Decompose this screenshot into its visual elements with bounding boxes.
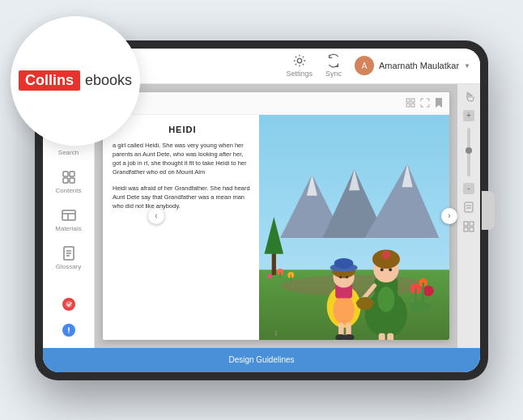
book-image-area	[259, 115, 449, 340]
badge-blue-icon	[65, 326, 73, 334]
nav-arrow-left[interactable]: ‹	[148, 208, 164, 224]
svg-point-41	[334, 257, 353, 268]
svg-rect-3	[63, 172, 68, 176]
svg-point-64	[423, 285, 433, 295]
svg-point-55	[380, 268, 383, 271]
zoom-plus-button[interactable]: +	[463, 110, 474, 121]
svg-rect-59	[387, 333, 393, 339]
user-avatar: A	[355, 56, 374, 75]
badge-red	[62, 298, 75, 311]
sidebar-contents-label: Contents	[55, 187, 81, 194]
settings-icon	[292, 53, 307, 68]
sidebar-item-materials[interactable]: Materials	[43, 202, 94, 237]
contents-icon	[61, 169, 77, 185]
right-panel: + -	[457, 84, 480, 348]
svg-rect-74	[470, 227, 474, 231]
svg-point-67	[409, 301, 430, 312]
user-chevron-icon: ▼	[464, 62, 470, 70]
book-paragraph2: Heidi was afraid of her Grandfather. She…	[113, 184, 253, 211]
svg-rect-72	[470, 222, 474, 226]
book-text-area: HEIDI a girl called Heidi. She was very …	[103, 115, 259, 340]
settings-action[interactable]: Settings	[286, 53, 313, 78]
hand-tool-icon[interactable]	[462, 91, 475, 104]
book-content: HEIDI a girl called Heidi. She was very …	[103, 115, 449, 340]
svg-rect-7	[62, 210, 75, 220]
svg-point-50	[377, 286, 394, 312]
collins-logo-text: Collins	[19, 70, 80, 91]
svg-rect-17	[406, 104, 410, 107]
user-initials: A	[362, 62, 368, 70]
zoom-minus-button[interactable]: -	[463, 183, 474, 194]
zoom-track	[467, 128, 470, 176]
settings-label: Settings	[286, 70, 313, 78]
svg-point-42	[339, 275, 342, 278]
layout-icon[interactable]	[462, 220, 475, 233]
right-handle[interactable]	[482, 191, 495, 230]
sync-icon	[326, 53, 341, 68]
nav-arrow-right[interactable]: ›	[441, 208, 457, 224]
svg-rect-71	[464, 222, 468, 226]
svg-rect-15	[406, 99, 410, 102]
bookmark-icon[interactable]	[435, 97, 443, 108]
svg-rect-5	[63, 178, 68, 183]
svg-point-0	[297, 58, 301, 62]
resize-icon[interactable]	[406, 98, 415, 108]
svg-point-36	[333, 295, 354, 325]
ebooks-logo-text: ebooks	[85, 72, 132, 89]
svg-rect-58	[378, 333, 385, 339]
heidi-illustration	[259, 115, 449, 340]
sidebar-badge-red-item[interactable]	[43, 293, 94, 316]
bottom-bar-label: Design Guidelines	[228, 355, 294, 364]
svg-rect-16	[411, 99, 415, 102]
svg-rect-4	[70, 172, 74, 176]
svg-rect-73	[464, 227, 468, 231]
page-icon[interactable]	[462, 201, 475, 214]
sidebar-materials-label: Materials	[55, 225, 81, 232]
sidebar-glossary-label: Glossary	[56, 263, 82, 270]
logo-bubble: Collins ebooks	[11, 16, 140, 146]
badge-red-icon	[65, 300, 73, 308]
device-frame: Collins ebooks Settings Sync	[35, 40, 488, 380]
user-name: Amarnath Maulatkar	[379, 61, 459, 70]
materials-icon	[61, 207, 77, 223]
expand-icon[interactable]	[420, 98, 430, 108]
sidebar-item-contents[interactable]: Contents	[43, 164, 94, 199]
svg-rect-6	[70, 178, 74, 183]
svg-point-32	[267, 274, 271, 278]
sidebar-item-glossary[interactable]: Glossary	[43, 240, 94, 275]
content-area: ‹	[95, 84, 480, 348]
page-number: 1	[274, 329, 278, 337]
sidebar-search-label: Search	[58, 149, 79, 156]
svg-point-56	[389, 268, 392, 271]
logo-content: Collins ebooks	[19, 70, 132, 91]
book-paragraph1: a girl called Heidi. She was very young …	[113, 141, 253, 177]
glossary-icon	[61, 245, 77, 261]
sync-label: Sync	[325, 70, 342, 78]
sync-action[interactable]: Sync	[325, 53, 342, 78]
zoom-thumb	[466, 147, 472, 154]
svg-point-54	[381, 250, 389, 258]
user-info[interactable]: A Amarnath Maulatkar ▼	[355, 56, 470, 75]
svg-point-43	[346, 275, 348, 278]
badge-blue	[62, 324, 75, 337]
bottom-bar: Design Guidelines	[43, 348, 480, 372]
svg-rect-68	[465, 202, 473, 212]
svg-rect-18	[411, 104, 415, 107]
book-toolbar	[103, 92, 449, 115]
sidebar-badge-blue-item[interactable]	[43, 319, 94, 342]
book-title: HEIDI	[113, 125, 253, 134]
